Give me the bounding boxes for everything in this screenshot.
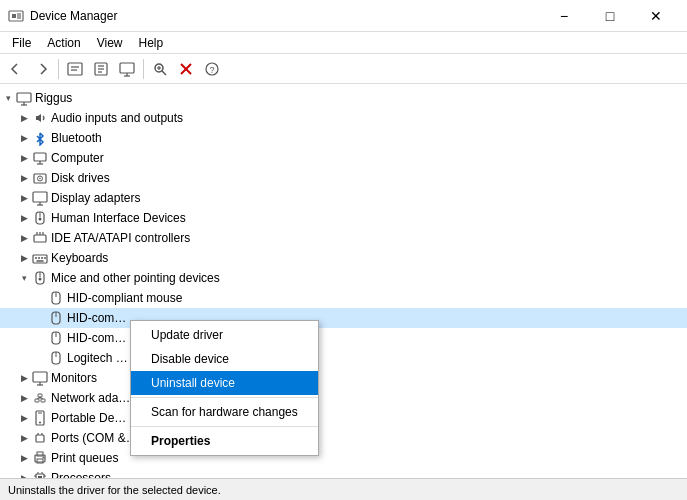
ctx-properties[interactable]: Properties (131, 429, 318, 453)
svg-rect-43 (33, 255, 47, 263)
menu-file[interactable]: File (4, 34, 39, 52)
keyboards-label: Keyboards (51, 251, 108, 265)
toolbar-help[interactable]: ? (200, 57, 224, 81)
tree-item-hid-mouse[interactable]: ▶ HID-compliant mouse (0, 288, 687, 308)
ctx-sep-2 (131, 426, 318, 427)
menu-bar: File Action View Help (0, 32, 687, 54)
mice-expander[interactable]: ▾ (16, 270, 32, 286)
hid-com2-label: HID-com… (67, 331, 126, 345)
minimize-button[interactable]: − (541, 0, 587, 32)
svg-rect-12 (120, 63, 134, 73)
print-expander[interactable]: ▶ (16, 450, 32, 466)
display-icon (32, 190, 48, 206)
svg-rect-60 (33, 372, 47, 382)
logitech-icon (48, 350, 64, 366)
maximize-button[interactable]: □ (587, 0, 633, 32)
hid-icon (32, 210, 48, 226)
svg-rect-5 (68, 63, 82, 75)
tree-item-hid[interactable]: ▶ Human Interface Devices (0, 208, 687, 228)
network-label: Network ada… (51, 391, 130, 405)
svg-rect-72 (36, 435, 44, 442)
tree-item-hid-com2[interactable]: ▶ HID-com… (0, 328, 687, 348)
svg-marker-26 (36, 114, 41, 122)
toolbar-scan[interactable] (148, 57, 172, 81)
mice-label: Mice and other pointing devices (51, 271, 220, 285)
keyboards-expander[interactable]: ▶ (16, 250, 32, 266)
svg-point-38 (39, 218, 42, 221)
processors-expander[interactable]: ▶ (16, 470, 32, 478)
tree-item-logitech[interactable]: ▶ Logitech … (0, 348, 687, 368)
hid-expander[interactable]: ▶ (16, 210, 32, 226)
bluetooth-icon (32, 130, 48, 146)
svg-point-51 (39, 278, 42, 281)
ide-icon (32, 230, 48, 246)
tree-item-ide[interactable]: ▶ IDE ATA/ATAPI controllers (0, 228, 687, 248)
toolbar-update-driver[interactable] (89, 57, 113, 81)
svg-point-32 (39, 178, 41, 180)
toolbar-sep-2 (143, 59, 144, 79)
tree-item-ports[interactable]: ▶ Ports (COM &… (0, 428, 687, 448)
hid-label: Human Interface Devices (51, 211, 186, 225)
tree-item-hid-com1[interactable]: ▶ HID-com… (0, 308, 687, 328)
tree-item-processors[interactable]: ▶ Processors (0, 468, 687, 478)
ide-expander[interactable]: ▶ (16, 230, 32, 246)
device-tree[interactable]: ▾ Riggus ▶ Audio inputs and outputs (0, 84, 687, 478)
tree-item-computer[interactable]: ▶ Computer (0, 148, 687, 168)
ctx-uninstall-device[interactable]: Uninstall device (131, 371, 318, 395)
tree-root[interactable]: ▾ Riggus (0, 88, 687, 108)
context-menu: Update driver Disable device Uninstall d… (130, 320, 319, 456)
ide-label: IDE ATA/ATAPI controllers (51, 231, 190, 245)
tree-item-audio[interactable]: ▶ Audio inputs and outputs (0, 108, 687, 128)
svg-text:?: ? (210, 65, 215, 75)
network-expander[interactable]: ▶ (16, 390, 32, 406)
disk-icon (32, 170, 48, 186)
processors-icon (32, 470, 48, 478)
close-button[interactable]: ✕ (633, 0, 679, 32)
audio-expander[interactable]: ▶ (16, 110, 32, 126)
display-expander[interactable]: ▶ (16, 190, 32, 206)
monitors-expander[interactable]: ▶ (16, 370, 32, 386)
computer-expander[interactable]: ▶ (16, 150, 32, 166)
toolbar-properties[interactable] (63, 57, 87, 81)
portable-expander[interactable]: ▶ (16, 410, 32, 426)
title-bar: Device Manager − □ ✕ (0, 0, 687, 32)
ctx-disable-device[interactable]: Disable device (131, 347, 318, 371)
ctx-update-driver[interactable]: Update driver (131, 323, 318, 347)
tree-item-mice[interactable]: ▾ Mice and other pointing devices (0, 268, 687, 288)
ports-expander[interactable]: ▶ (16, 430, 32, 446)
ctx-sep-1 (131, 397, 318, 398)
menu-view[interactable]: View (89, 34, 131, 52)
toolbar-forward[interactable] (30, 57, 54, 81)
toolbar-monitor[interactable] (115, 57, 139, 81)
menu-action[interactable]: Action (39, 34, 88, 52)
monitors-icon (32, 370, 48, 386)
svg-rect-27 (34, 153, 46, 161)
menu-help[interactable]: Help (131, 34, 172, 52)
disk-expander[interactable]: ▶ (16, 170, 32, 186)
toolbar-back[interactable] (4, 57, 28, 81)
computer-icon (16, 90, 32, 106)
root-expander[interactable]: ▾ (0, 90, 16, 106)
bluetooth-expander[interactable]: ▶ (16, 130, 32, 146)
tree-item-monitors[interactable]: ▶ Monitors (0, 368, 687, 388)
tree-item-display[interactable]: ▶ Display adapters (0, 188, 687, 208)
keyboard-icon (32, 250, 48, 266)
network-icon (32, 390, 48, 406)
tree-item-network[interactable]: ▶ Network ada… (0, 388, 687, 408)
speaker-icon (32, 110, 48, 126)
title-bar-left: Device Manager (8, 8, 117, 24)
processors-label: Processors (51, 471, 111, 478)
toolbar: ? (0, 54, 687, 84)
toolbar-remove[interactable] (174, 57, 198, 81)
hid-com1-icon (48, 310, 64, 326)
tree-item-keyboards[interactable]: ▶ Keyboards (0, 248, 687, 268)
tree-item-disk[interactable]: ▶ Disk drives (0, 168, 687, 188)
tree-item-bluetooth[interactable]: ▶ Bluetooth (0, 128, 687, 148)
tree-item-portable[interactable]: ▶ Portable De… (0, 408, 687, 428)
ctx-scan-hardware[interactable]: Scan for hardware changes (131, 400, 318, 424)
mice-icon (32, 270, 48, 286)
tree-item-print[interactable]: ▶ Print queues (0, 448, 687, 468)
hid-com2-icon (48, 330, 64, 346)
logitech-label: Logitech … (67, 351, 128, 365)
disk-label: Disk drives (51, 171, 110, 185)
